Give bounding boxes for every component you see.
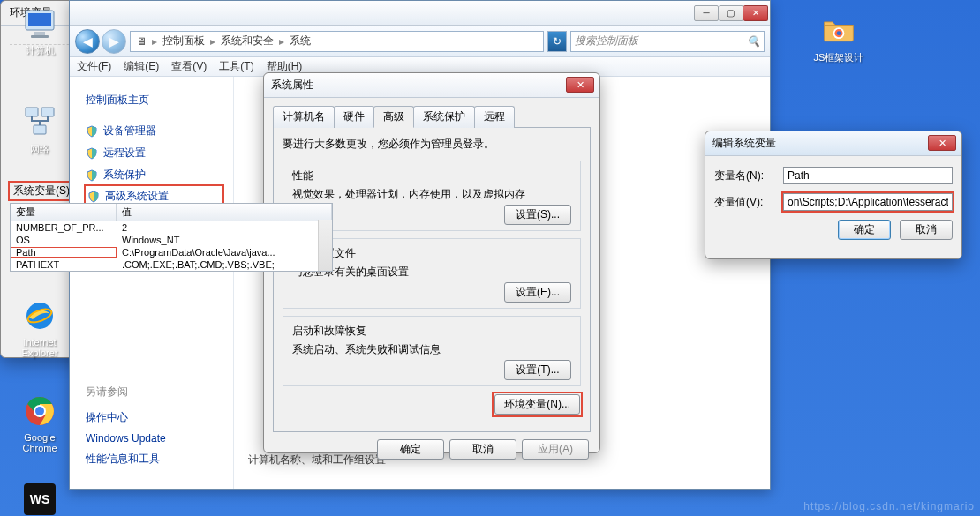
- close-icon[interactable]: ✕: [928, 135, 956, 151]
- nav-bar: ◀ ▶ 🖥 ▸ 控制面板 ▸ 系统和安全 ▸ 系统 ↻ 搜索控制面板 🔍: [70, 26, 770, 57]
- link-action-center[interactable]: 操作中心: [86, 407, 222, 429]
- sidebar-item-label: 系统保护: [103, 168, 146, 183]
- desktop-icon-label: 计算机: [13, 44, 66, 57]
- desktop-icon-label: JS框架设计: [812, 51, 865, 64]
- name-label: 变量名(N):: [714, 168, 776, 183]
- desktop-icon-network[interactable]: 网络: [13, 104, 66, 156]
- ws-icon: WS: [22, 482, 57, 516]
- menu-view[interactable]: 查看(V): [171, 59, 207, 74]
- folder-icon: [821, 12, 856, 48]
- sidebar: 控制面板主页 设备管理器 远程设置 系统保护 高级系统设置 另请参阅 操作中心 …: [70, 77, 234, 489]
- shield-icon: [86, 125, 98, 138]
- apply-button: 应用(A): [522, 439, 589, 460]
- back-button[interactable]: ◀: [75, 29, 100, 54]
- desktop-icon-label: 网络: [13, 143, 66, 156]
- user-settings-button[interactable]: 设置(E)...: [504, 282, 571, 303]
- tab-hardware[interactable]: 硬件: [334, 106, 374, 128]
- link-windows-update[interactable]: Windows Update: [86, 429, 222, 448]
- tab-advanced[interactable]: 高级: [373, 106, 414, 128]
- dialog-title: 编辑系统变量 ✕: [705, 131, 961, 156]
- ie-icon: [22, 298, 57, 333]
- dialog-title: 系统属性 ✕: [264, 73, 599, 98]
- desktop-icon-chrome[interactable]: Google Chrome: [13, 393, 66, 453]
- desktop-icon-folder[interactable]: JS框架设计: [812, 12, 865, 64]
- desktop-icon-label: Internet Explorer: [13, 337, 66, 358]
- name-field[interactable]: [783, 167, 953, 184]
- svg-rect-3: [31, 35, 49, 38]
- desktop-icon-ie[interactable]: Internet Explorer: [13, 298, 66, 358]
- close-button[interactable]: ✕: [743, 5, 768, 21]
- svg-rect-2: [34, 32, 45, 35]
- svg-point-15: [837, 31, 841, 35]
- group-desc: 视觉效果，处理器计划，内存使用，以及虚拟内存: [292, 187, 571, 202]
- refresh-button[interactable]: ↻: [547, 31, 567, 52]
- table-row[interactable]: PATHEXT.COM;.EXE;.BAT;.CMD;.VBS;.VBE;: [11, 258, 332, 271]
- svg-rect-5: [41, 108, 54, 116]
- ok-button[interactable]: 确定: [377, 439, 444, 460]
- menu-tools[interactable]: 工具(T): [219, 59, 253, 74]
- table-row[interactable]: OSWindows_NT: [11, 234, 332, 246]
- perf-settings-button[interactable]: 设置(S)...: [504, 205, 571, 225]
- ok-button[interactable]: 确定: [838, 220, 891, 240]
- search-input[interactable]: 搜索控制面板 🔍: [570, 31, 765, 52]
- menu-file[interactable]: 文件(F): [77, 59, 111, 74]
- tab-remote[interactable]: 远程: [474, 106, 515, 128]
- value-label: 变量值(V):: [714, 195, 776, 210]
- sidebar-item-protection[interactable]: 系统保护: [86, 164, 222, 186]
- cancel-button[interactable]: 取消: [900, 220, 953, 240]
- tab-bar: 计算机名 硬件 高级 系统保护 远程: [273, 105, 591, 127]
- edit-sys-var-dialog: 编辑系统变量 ✕ 变量名(N): 变量值(V): 确定 取消: [705, 131, 962, 259]
- group-desc: 与您登录有关的桌面设置: [292, 265, 571, 280]
- svg-rect-4: [26, 108, 38, 116]
- link-performance[interactable]: 性能信息和工具: [86, 448, 222, 470]
- table-row-path[interactable]: PathC:\ProgramData\Oracle\Java\java...: [11, 246, 332, 258]
- network-icon: [22, 104, 57, 139]
- group-label: 启动和故障恢复: [292, 324, 571, 339]
- column-value[interactable]: 值: [117, 204, 332, 221]
- sidebar-item-label: 高级系统设置: [105, 189, 169, 204]
- sidebar-item-label: 远程设置: [103, 146, 146, 161]
- column-name[interactable]: 变量: [11, 204, 117, 221]
- system-vars-label: 系统变量(S): [10, 183, 73, 199]
- system-vars-table[interactable]: 变量 值 NUMBER_OF_PR...2 OSWindows_NT PathC…: [10, 203, 333, 272]
- menu-edit[interactable]: 编辑(E): [124, 59, 159, 74]
- tab-pane-advanced: 要进行大多数更改，您必须作为管理员登录。 性能 视觉效果，处理器计划，内存使用，…: [273, 127, 591, 432]
- group-desc: 系统启动、系统失败和调试信息: [292, 342, 571, 357]
- group-label: 用户配置文件: [292, 246, 571, 261]
- desktop-icon-ws[interactable]: WS: [13, 482, 66, 516]
- scrollbar[interactable]: [318, 220, 332, 271]
- maximize-button[interactable]: ▢: [719, 5, 743, 21]
- shield-icon: [86, 169, 98, 182]
- breadcrumb[interactable]: 🖥 ▸ 控制面板 ▸ 系统和安全 ▸ 系统: [130, 31, 544, 52]
- tab-computer-name[interactable]: 计算机名: [273, 106, 335, 128]
- see-also-label: 另请参阅: [86, 385, 222, 400]
- forward-button[interactable]: ▶: [102, 29, 126, 54]
- sidebar-item-device-manager[interactable]: 设备管理器: [86, 120, 222, 142]
- svg-rect-6: [34, 125, 46, 134]
- sidebar-item-label: 设备管理器: [103, 123, 156, 138]
- group-label: 性能: [292, 168, 571, 183]
- svg-point-12: [35, 407, 44, 415]
- window-titlebar: ─ ▢ ✕: [70, 1, 770, 26]
- tab-protection[interactable]: 系统保护: [413, 106, 475, 128]
- intro-text: 要进行大多数更改，您必须作为管理员登录。: [283, 137, 581, 152]
- value-field[interactable]: [783, 193, 953, 211]
- table-row[interactable]: NUMBER_OF_PR...2: [11, 221, 332, 234]
- close-icon[interactable]: ✕: [566, 77, 594, 93]
- breadcrumb-item[interactable]: 控制面板: [162, 34, 205, 49]
- sidebar-item-remote[interactable]: 远程设置: [86, 142, 222, 164]
- minimize-button[interactable]: ─: [694, 5, 719, 21]
- cancel-button[interactable]: 取消: [449, 439, 516, 460]
- sidebar-title[interactable]: 控制面板主页: [86, 93, 222, 108]
- desktop-icon-computer[interactable]: 计算机: [13, 5, 66, 57]
- breadcrumb-item[interactable]: 系统: [290, 34, 311, 49]
- search-icon: 🔍: [747, 35, 760, 48]
- svg-rect-1: [28, 13, 51, 26]
- system-icon: 🖥: [136, 35, 147, 48]
- env-vars-button[interactable]: 环境变量(N)...: [494, 394, 580, 415]
- watermark: https://blog.csdn.net/kingmario: [803, 500, 975, 512]
- shield-icon: [86, 147, 98, 160]
- group-startup: 启动和故障恢复 系统启动、系统失败和调试信息 设置(T)...: [283, 316, 581, 386]
- breadcrumb-item[interactable]: 系统和安全: [221, 34, 274, 49]
- boot-settings-button[interactable]: 设置(T)...: [504, 360, 571, 380]
